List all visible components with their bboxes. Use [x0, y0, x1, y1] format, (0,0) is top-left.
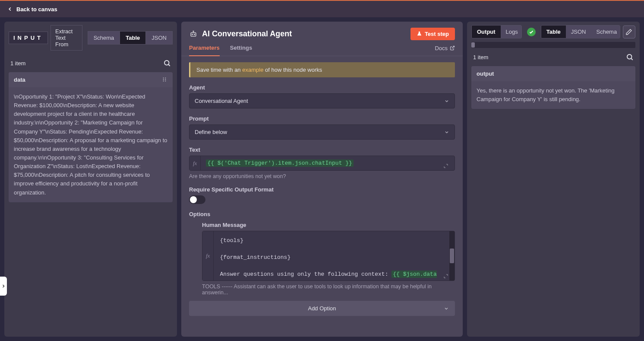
chevron-down-icon: [444, 99, 449, 104]
output-card-body: Yes, there is an opportunity not yet won…: [471, 81, 635, 109]
node-title: AI Conversational Agent: [202, 29, 292, 38]
expand-icon[interactable]: [443, 274, 448, 279]
example-hint-banner: Save time with an example of how this no…: [189, 62, 455, 77]
tab-out-table[interactable]: Table: [541, 25, 566, 38]
hm-line-3: Answer questions using only the followin…: [220, 269, 448, 280]
add-option-button[interactable]: Add Option: [189, 301, 455, 316]
hm-line-1: {tools}: [220, 236, 448, 245]
svg-point-9: [194, 34, 195, 35]
options-label: Options: [189, 211, 455, 217]
svg-point-4: [165, 79, 166, 80]
bot-icon: [189, 30, 198, 38]
input-data-card: data \nOpportunity 1: "Project X"\nStatu…: [9, 72, 173, 202]
tab-out-json[interactable]: JSON: [566, 25, 591, 38]
fx-icon: fx: [202, 231, 214, 280]
output-item-count: 1 item: [473, 54, 488, 61]
text-label: Text: [189, 147, 455, 153]
text-hint: Are there any opportunities not yet won?: [189, 173, 455, 179]
svg-point-1: [163, 77, 164, 78]
chevron-down-icon: [444, 130, 449, 135]
prompt-select[interactable]: Define below: [189, 124, 455, 140]
prompt-label: Prompt: [189, 115, 455, 122]
agent-label: Agent: [189, 84, 455, 91]
tab-schema[interactable]: Schema: [88, 31, 120, 45]
tab-parameters[interactable]: Parameters: [189, 45, 220, 56]
horizontal-scrollbar[interactable]: [471, 42, 635, 48]
flask-icon: [417, 31, 422, 37]
add-option-label: Add Option: [308, 305, 336, 312]
tab-logs[interactable]: Logs: [501, 25, 522, 38]
human-message-label: Human Message: [202, 222, 455, 228]
chevron-right-icon: [1, 284, 6, 289]
human-message-field[interactable]: fx {tools} {format_instructions} Answer …: [202, 231, 455, 281]
agent-select[interactable]: Conversational Agent: [189, 93, 455, 108]
input-card-title: data: [14, 76, 25, 83]
output-card: output Yes, there is an opportunity not …: [471, 66, 635, 109]
arrow-left-icon: [7, 6, 13, 12]
pencil-icon: [625, 29, 632, 35]
text-expression-field[interactable]: fx {{ $('Chat Trigger').item.json.chatIn…: [189, 156, 455, 171]
expand-icon[interactable]: [443, 163, 448, 169]
docs-link[interactable]: Docs: [435, 45, 455, 56]
svg-point-3: [163, 79, 164, 80]
output-card-title: output: [477, 70, 494, 77]
hm-line-2: {format_instructions}: [220, 252, 448, 262]
agent-value: Conversational Agent: [195, 98, 248, 104]
svg-point-10: [193, 31, 194, 32]
back-to-canvas-link[interactable]: Back to canvas: [7, 6, 57, 13]
text-expression-value: {{ $('Chat Trigger').item.json.chatInput…: [206, 159, 353, 167]
fx-icon: fx: [189, 156, 201, 170]
example-link[interactable]: example: [242, 67, 263, 73]
side-handle[interactable]: [0, 277, 7, 296]
search-icon[interactable]: [626, 53, 634, 61]
tab-out-schema[interactable]: Schema: [591, 25, 620, 38]
input-item-count: 1 item: [10, 60, 25, 67]
test-step-label: Test step: [425, 31, 449, 37]
back-label: Back to canvas: [16, 6, 57, 13]
chevron-down-icon: [444, 306, 449, 311]
external-link-icon: [450, 45, 455, 51]
edit-button[interactable]: [623, 25, 635, 38]
svg-point-8: [192, 34, 193, 35]
svg-point-0: [164, 61, 169, 65]
topbar: Back to canvas: [0, 0, 644, 17]
drag-icon[interactable]: [161, 76, 167, 83]
input-title: INPUT: [9, 32, 48, 44]
docs-label: Docs: [435, 45, 448, 51]
svg-point-2: [165, 77, 166, 78]
hint-post: of how this node works: [263, 67, 322, 73]
input-panel: INPUT Extract Text From Schema Table JSO…: [4, 22, 177, 337]
input-source-node-link[interactable]: Extract Text From: [51, 25, 82, 51]
hint-pre: Save time with an: [196, 67, 242, 73]
req-format-label: Require Specific Output Format: [189, 186, 455, 193]
tab-output[interactable]: Output: [472, 25, 501, 38]
svg-point-5: [163, 80, 164, 81]
test-step-button[interactable]: Test step: [410, 28, 455, 40]
output-panel: Output Logs Table JSON Schema 1 item out…: [467, 22, 640, 337]
scrollbar[interactable]: [449, 231, 455, 280]
node-config-panel: AI Conversational Agent Test step Parame…: [181, 22, 463, 337]
req-format-toggle[interactable]: [189, 195, 205, 204]
svg-point-11: [627, 54, 632, 59]
tab-table[interactable]: Table: [120, 31, 146, 45]
human-message-hint: TOOLS ------ Assistant can ask the user …: [202, 284, 455, 296]
svg-point-6: [165, 80, 166, 81]
check-icon: [529, 29, 534, 35]
success-badge: [527, 28, 535, 36]
input-card-body: \nOpportunity 1: "Project X"\nStatus: Wo…: [9, 87, 173, 202]
tab-settings[interactable]: Settings: [230, 45, 252, 56]
tab-json[interactable]: JSON: [146, 31, 173, 45]
prompt-value: Define below: [195, 129, 227, 135]
search-icon[interactable]: [163, 59, 171, 67]
